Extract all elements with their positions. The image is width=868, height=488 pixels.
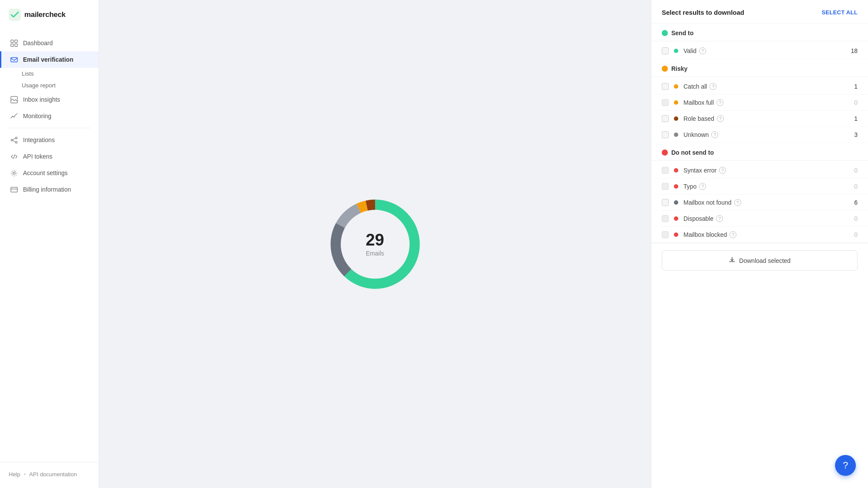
mailbox-not-found-info-icon[interactable]: ? <box>734 199 741 206</box>
mailbox-not-found-dot <box>674 200 678 205</box>
settings-icon <box>10 169 18 177</box>
svg-point-13 <box>13 172 15 174</box>
billing-icon <box>10 186 18 193</box>
sidebar-item-api-tokens[interactable]: API tokens <box>0 148 99 165</box>
typo-count: 0 <box>849 183 858 190</box>
mailbox-blocked-info-icon[interactable]: ? <box>729 231 736 238</box>
sidebar-label-integrations: Integrations <box>23 136 55 143</box>
typo-info-icon[interactable]: ? <box>699 183 706 190</box>
mailbox-blocked-name: Mailbox blocked ? <box>683 231 844 238</box>
sidebar-bottom: Help • API documentation <box>0 462 99 488</box>
role-based-count: 1 <box>849 115 858 122</box>
mailbox-not-found-checkbox[interactable] <box>662 199 669 206</box>
disposable-checkbox[interactable] <box>662 215 669 222</box>
disposable-count: 0 <box>849 215 858 222</box>
sidebar: mailercheck Dashboard Email verification… <box>0 0 99 488</box>
valid-dot <box>674 49 678 53</box>
svg-rect-0 <box>9 9 21 21</box>
nav-section: Dashboard Email verification Lists Usage… <box>0 31 99 462</box>
sidebar-item-lists[interactable]: Lists <box>22 68 99 80</box>
valid-checkbox[interactable] <box>662 47 669 54</box>
typo-name: Typo ? <box>683 183 844 190</box>
svg-line-11 <box>13 140 15 142</box>
unknown-count: 3 <box>849 131 858 138</box>
sidebar-item-billing[interactable]: Billing information <box>0 181 99 198</box>
svg-rect-1 <box>11 40 13 43</box>
help-link[interactable]: Help <box>9 471 20 478</box>
role-based-checkbox[interactable] <box>662 115 669 122</box>
category-header-risky: Risky <box>651 59 868 76</box>
donut-chart: 29 Emails <box>319 188 432 301</box>
syntax-error-info-icon[interactable]: ? <box>719 167 726 174</box>
catch-all-checkbox[interactable] <box>662 83 669 90</box>
valid-count: 18 <box>849 47 858 54</box>
catch-all-count: 1 <box>849 83 858 90</box>
sidebar-label-dashboard: Dashboard <box>23 40 53 46</box>
catch-all-info-icon[interactable]: ? <box>710 83 716 90</box>
disposable-info-icon[interactable]: ? <box>716 215 723 222</box>
mailbox-not-found-count: 6 <box>849 199 858 206</box>
sidebar-item-integrations[interactable]: Integrations <box>0 132 99 148</box>
help-fab-button[interactable]: ? <box>835 455 856 476</box>
mailbox-full-checkbox[interactable] <box>662 99 669 106</box>
integrations-icon <box>10 136 18 144</box>
sidebar-item-usage-report[interactable]: Usage report <box>22 80 99 91</box>
mailbox-blocked-checkbox[interactable] <box>662 231 669 238</box>
donut-label: Emails <box>366 250 384 257</box>
typo-checkbox[interactable] <box>662 183 669 190</box>
unknown-dot <box>674 133 678 137</box>
valid-name: Valid ? <box>683 47 844 54</box>
mailbox-not-found-name: Mailbox not found ? <box>683 199 844 206</box>
svg-rect-5 <box>11 57 17 62</box>
chart-section: 29 Emails <box>99 0 651 488</box>
sidebar-item-account-settings[interactable]: Account settings <box>0 165 99 181</box>
sidebar-label-billing: Billing information <box>23 186 71 193</box>
sidebar-item-dashboard[interactable]: Dashboard <box>0 35 99 51</box>
category-send-to: Send to Valid ? 18 <box>651 23 868 59</box>
do-not-send-to-label: Do not send to <box>671 149 714 156</box>
unknown-info-icon[interactable]: ? <box>711 131 718 138</box>
mailbox-full-name: Mailbox full ? <box>683 99 844 106</box>
mailbox-blocked-count: 0 <box>849 231 858 238</box>
panel-header: Select results to download SELECT ALL <box>651 0 868 23</box>
result-row-valid: Valid ? 18 <box>651 43 868 59</box>
result-row-mailbox-full: Mailbox full ? 0 <box>651 95 868 111</box>
mailbox-full-info-icon[interactable]: ? <box>716 99 723 106</box>
logo-text: mailercheck <box>24 10 66 19</box>
role-based-dot <box>674 116 678 121</box>
sidebar-label-api-tokens: API tokens <box>23 153 53 160</box>
svg-line-10 <box>13 138 15 140</box>
disposable-name: Disposable ? <box>683 215 844 222</box>
nav-sub-email-verification: Lists Usage report <box>0 68 99 91</box>
sidebar-item-monitoring[interactable]: Monitoring <box>0 108 99 124</box>
catch-all-dot <box>674 84 678 89</box>
role-based-name: Role based ? <box>683 115 844 122</box>
svg-point-7 <box>11 139 13 141</box>
role-based-info-icon[interactable]: ? <box>717 115 724 122</box>
result-row-role-based: Role based ? 1 <box>651 111 868 127</box>
sidebar-item-email-verification[interactable]: Email verification <box>0 51 99 68</box>
risky-label: Risky <box>671 65 687 72</box>
donut-count: 29 <box>366 231 384 249</box>
logo[interactable]: mailercheck <box>0 0 99 31</box>
panel-title: Select results to download <box>662 9 744 16</box>
download-selected-button[interactable]: Download selected <box>662 250 858 271</box>
unknown-checkbox[interactable] <box>662 131 669 138</box>
valid-info-icon[interactable]: ? <box>699 47 706 54</box>
svg-rect-14 <box>11 187 17 192</box>
dashboard-icon <box>10 39 18 47</box>
download-icon <box>729 256 736 265</box>
sidebar-item-inbox-insights[interactable]: Inbox insights <box>0 91 99 108</box>
category-risky: Risky Catch all ? 1 <box>651 59 868 143</box>
logo-icon <box>9 9 21 21</box>
donut-center: 29 Emails <box>366 231 384 257</box>
sidebar-label-account-settings: Account settings <box>23 169 68 176</box>
api-docs-link[interactable]: API documentation <box>29 471 77 478</box>
email-icon <box>10 56 18 63</box>
select-all-button[interactable]: SELECT ALL <box>822 9 858 16</box>
svg-rect-4 <box>15 44 17 46</box>
sidebar-label-inbox-insights: Inbox insights <box>23 96 60 103</box>
syntax-error-checkbox[interactable] <box>662 167 669 174</box>
right-panel: Select results to download SELECT ALL Se… <box>651 0 868 488</box>
disposable-dot <box>674 216 678 221</box>
